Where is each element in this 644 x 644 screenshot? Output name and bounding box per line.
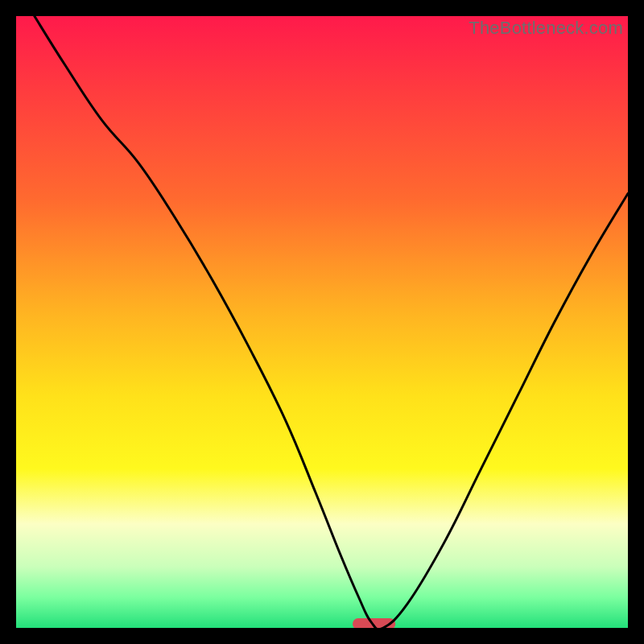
bottleneck-chart	[16, 16, 628, 628]
chart-frame: TheBottleneck.com	[16, 16, 628, 628]
watermark-text: TheBottleneck.com	[469, 18, 623, 39]
gradient-background	[16, 16, 628, 628]
